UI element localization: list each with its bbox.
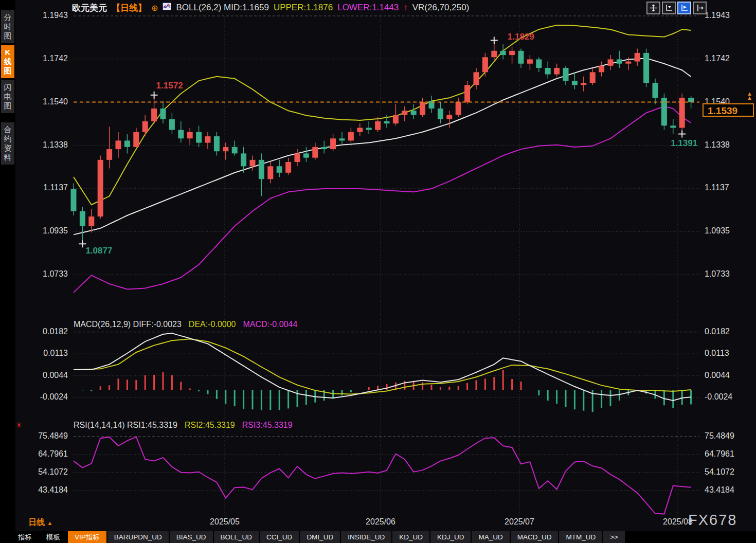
price-axis-label-left: 1.0935 xyxy=(19,226,68,236)
indicator-tab[interactable]: DMI_UD xyxy=(300,531,340,543)
indicator-tab[interactable]: KDJ_UD xyxy=(430,531,471,543)
rsi-axis-label-left: 64.7961 xyxy=(19,449,68,459)
trading-app-window: 分时图K线图闪电图合约资料 欧元美元 【日线】 ⊕ BOLL(26,2) MID… xyxy=(0,0,756,543)
price-axis-label-right: 1.1742 xyxy=(705,54,754,63)
sidebar-item-view[interactable]: 闪电图 xyxy=(1,80,14,113)
macd-axis-label-left: 0.0113 xyxy=(19,349,68,358)
macd-axis-label-left: 0.0044 xyxy=(19,371,68,380)
indicator-tab[interactable]: CCI_UD xyxy=(260,531,299,543)
period-tag[interactable]: 【日线】 xyxy=(112,2,147,14)
globe-icon[interactable]: ⊕ xyxy=(151,3,158,13)
vr-label: VR(26,70,250) xyxy=(412,3,470,13)
price-axis-label-right: 1.0935 xyxy=(705,226,754,236)
indicator-chart-icon[interactable] xyxy=(163,3,171,13)
date-axis-label: 2025/06 xyxy=(366,517,395,527)
rsi-axis-label-right: 43.4184 xyxy=(705,485,754,495)
rsi-axis-label-left: 75.4849 xyxy=(19,431,68,441)
axis-scale-active-icon[interactable] xyxy=(677,2,691,14)
indicator-tab[interactable]: BIAS_UD xyxy=(170,531,213,543)
price-axis-label-left: 1.1540 xyxy=(19,97,68,106)
rsi-legend: RSI(14,14,14) RSI1:45.3319 RSI2:45.3319 … xyxy=(74,421,293,430)
price-annotation: 1.0877 xyxy=(85,246,112,256)
macd-axis-label-right: 0.0044 xyxy=(705,371,754,380)
chart-canvas[interactable] xyxy=(0,0,756,543)
rsi-axis-label-left: 54.1072 xyxy=(19,467,68,477)
symbol-name: 欧元美元 xyxy=(72,2,107,14)
boll-lower-label: LOWER:1.1443 xyxy=(337,3,399,13)
macd-axis-label-right: 0.0182 xyxy=(705,327,754,336)
indicator-tab[interactable]: VIP指标 xyxy=(68,531,106,543)
boll-upper-label: UPPER:1.1876 xyxy=(274,3,333,13)
exit-panel-icon[interactable] xyxy=(693,2,707,14)
rsi3-label: RSI3:45.3319 xyxy=(242,421,293,430)
macd-legend: MACD(26,12,9) DIFF:-0.0023 DEA:-0.0000 M… xyxy=(74,320,297,329)
chart-toolbar xyxy=(646,2,707,14)
indicator-tab[interactable]: >> xyxy=(603,531,625,543)
macd-axis-label-right: 0.0113 xyxy=(705,349,754,358)
price-annotation: 1.1391 xyxy=(671,138,697,149)
indicator-tab[interactable]: MA_UD xyxy=(472,531,509,543)
macd-macd-label: MACD:-0.0044 xyxy=(243,320,297,329)
macd-dea-label: DEA:-0.0000 xyxy=(189,320,236,329)
indicator-tab-bar: 指标模板VIP指标BARUPDN_UDBIAS_UDBOLL_UDCCI_UDD… xyxy=(0,531,756,543)
indicator-tab[interactable]: BARUPDN_UD xyxy=(107,531,169,543)
macd-name-diff-label: MACD(26,12,9) DIFF:-0.0023 xyxy=(74,320,182,329)
pan-move-icon[interactable] xyxy=(646,2,660,14)
macd-axis-label-left: -0.0024 xyxy=(19,392,68,402)
red-up-arrow-icon: ↑ xyxy=(403,3,408,13)
main-chart-legend: 欧元美元 【日线】 ⊕ BOLL(26,2) MID:1.1659 UPPER:… xyxy=(72,2,469,13)
rsi-axis-label-left: 43.4184 xyxy=(19,485,68,495)
indicator-tab[interactable]: KD_UD xyxy=(392,531,429,543)
price-axis-label-left: 1.1137 xyxy=(19,183,68,192)
rsi2-label: RSI2:45.3319 xyxy=(185,421,235,430)
price-annotation: 1.1572 xyxy=(156,81,183,91)
rsi-name-rsi1-label: RSI(14,14,14) RSI1:45.3319 xyxy=(74,421,177,430)
current-price-box: 1.1539 xyxy=(703,103,754,117)
date-axis-label: 2025/07 xyxy=(505,517,534,527)
macd-axis-label-left: 0.0182 xyxy=(19,327,68,336)
rsi-axis-label-right: 64.7961 xyxy=(705,449,754,459)
watermark: FX678 xyxy=(688,512,737,529)
price-axis-label-right: 1.1943 xyxy=(705,11,754,20)
sidebar-item-view[interactable]: 合约资料 xyxy=(1,122,14,165)
price-axis-label-right: 1.1137 xyxy=(705,183,754,192)
left-sidebar: 分时图K线图闪电图合约资料 xyxy=(0,0,15,531)
price-axis-label-right: 1.0733 xyxy=(705,269,754,279)
sidebar-item-view[interactable]: 分时图 xyxy=(1,10,14,43)
price-up-caret-icon: ▲▲ xyxy=(747,92,752,100)
price-axis-label-left: 1.1742 xyxy=(19,54,68,63)
price-axis-label-left: 1.1943 xyxy=(19,11,68,20)
alert-sun-icon[interactable]: ☀ xyxy=(15,421,22,430)
boll-mid-label: BOLL(26,2) MID:1.1659 xyxy=(176,3,268,13)
axis-scale-icon[interactable] xyxy=(662,2,676,14)
indicator-tab[interactable]: MTM_UD xyxy=(559,531,602,543)
rsi-axis-label-right: 75.4849 xyxy=(705,431,754,441)
price-axis-label-left: 1.1338 xyxy=(19,140,68,150)
date-axis-label: 2025/05 xyxy=(210,517,240,527)
period-selector[interactable]: 日线 ▲ xyxy=(28,517,52,528)
indicator-tab[interactable]: BOLL_UD xyxy=(214,531,259,543)
indicator-tab[interactable]: MACD_UD xyxy=(511,531,559,543)
macd-axis-label-right: -0.0024 xyxy=(705,392,754,402)
price-annotation: 1.1829 xyxy=(508,32,534,42)
price-axis-label-right: 1.1338 xyxy=(705,140,754,150)
indicator-tab[interactable]: 模板 xyxy=(40,531,67,543)
indicator-tab[interactable]: INSIDE_UD xyxy=(341,531,391,543)
indicator-tab[interactable]: 指标 xyxy=(11,531,39,543)
sidebar-item-active[interactable]: K线图 xyxy=(1,45,14,78)
price-axis-label-left: 1.0733 xyxy=(19,269,68,279)
rsi-axis-label-right: 54.1072 xyxy=(705,467,754,477)
period-caret-icon: ▲ xyxy=(47,520,52,526)
